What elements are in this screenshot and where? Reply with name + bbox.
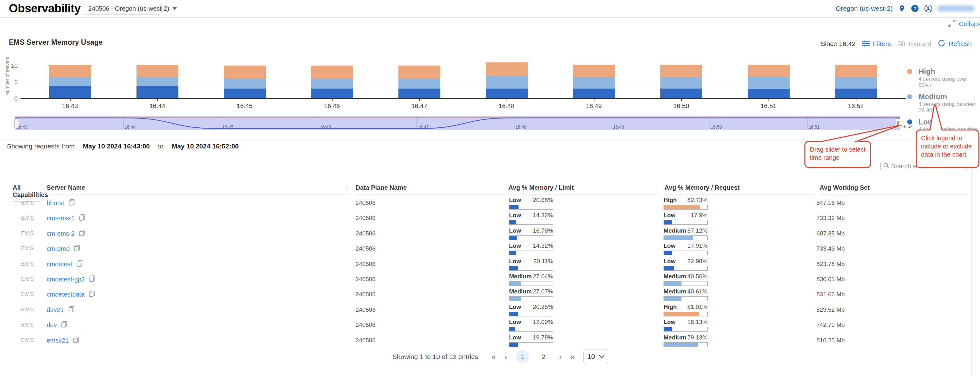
data-plane-cell: 240506 (356, 317, 375, 333)
copy-icon[interactable] (89, 291, 95, 298)
usage-percent-value: 14.32% (533, 212, 553, 219)
filters-button[interactable]: Filters (862, 40, 891, 48)
bar-segment-low (660, 89, 702, 98)
memory-limit-cell: Low12.09% (509, 319, 553, 331)
working-set-cell: 847.16 Mb (816, 195, 845, 210)
table-row-cmoetestdata: EMScmoetestdata240506Medium27.07%Medium4… (0, 287, 980, 302)
bar-segment-medium (137, 78, 178, 86)
usage-bar-fill (664, 282, 681, 285)
time-range-slider[interactable]: 16:4316:4416:4516:4616:4716:4816:4916:50… (15, 116, 900, 130)
column-header-data-plane[interactable]: Data Plane Name (356, 184, 504, 194)
page-button-1[interactable]: 1 (516, 350, 529, 363)
usage-level-label: Medium (509, 273, 532, 280)
help-icon[interactable]: ? (911, 4, 919, 13)
usage-bar-fill (509, 312, 518, 316)
user-name-redacted[interactable] (937, 6, 974, 11)
server-link[interactable]: cm-ems-2 (47, 230, 75, 237)
working-set-cell: 829.52 Mb (816, 302, 845, 317)
copy-icon[interactable] (89, 276, 95, 284)
column-header-memory-request[interactable]: Avg % Memory / Request (665, 184, 815, 194)
pct-head: Medium40.56% (663, 273, 708, 280)
bar-segment-medium (748, 77, 790, 89)
copy-icon[interactable] (61, 321, 67, 329)
previous-page-button[interactable]: ‹ (505, 349, 507, 365)
memory-request-cell: Medium40.61% (663, 288, 708, 301)
bar-segment-medium (486, 76, 528, 89)
usage-percent-value: 67.12% (687, 227, 708, 234)
last-page-button[interactable]: » (571, 349, 575, 365)
slider-handle-right[interactable] (896, 118, 900, 128)
expand-button[interactable]: Expand (897, 40, 931, 48)
table-row-cm-ems-2: EMScm-ems-2240506Low16.78%Medium67.12%68… (0, 226, 980, 241)
usage-bar-fill (664, 296, 681, 301)
server-link[interactable]: d2v21 (47, 306, 64, 314)
slider-sparkline (15, 116, 900, 130)
column-header-server-name[interactable]: Server Name (47, 184, 350, 194)
copy-icon[interactable] (69, 199, 75, 207)
usage-level-label: Medium (663, 273, 686, 280)
server-link[interactable]: cmoetest-gp2 (47, 276, 85, 283)
capability-cell: EMS (21, 257, 34, 272)
chart-title: EMS Server Memory Usage (9, 38, 103, 47)
capability-cell: EMS (21, 302, 34, 317)
server-link[interactable]: dev (47, 322, 57, 329)
memory-limit-cell: Low19.78% (509, 334, 553, 347)
usage-bar (663, 296, 708, 301)
memory-request-cell: High82.73% (663, 197, 708, 210)
server-link[interactable]: cm-ems-1 (47, 215, 75, 222)
copy-icon[interactable] (76, 260, 83, 268)
legend-item-medium[interactable]: Medium4 servers using between 25-80% (907, 92, 980, 114)
copy-icon[interactable] (74, 245, 80, 253)
copy-icon[interactable] (79, 230, 85, 237)
grip-line (16, 121, 16, 126)
slider-handle-left[interactable] (14, 118, 19, 128)
page-button-2[interactable]: 2 (537, 350, 550, 363)
copy-icon[interactable] (68, 306, 75, 314)
stacked-bar-16:46[interactable] (311, 65, 353, 98)
pct-head: Low20.25% (509, 304, 553, 311)
bar-segment-low (311, 89, 353, 98)
usage-level-label: Low (509, 212, 521, 219)
column-header-memory-limit[interactable]: Avg % Memory / Limit (508, 184, 659, 194)
server-link[interactable]: cm-prod (47, 245, 70, 252)
server-name-cell: d2v21 (47, 302, 75, 317)
collapse-button[interactable]: Collapse (948, 19, 980, 29)
stacked-bar-16:47[interactable] (398, 65, 441, 98)
sort-ascending-icon[interactable]: ↑ (345, 184, 348, 191)
server-link[interactable]: cmoetest (47, 261, 72, 268)
next-page-button[interactable]: › (559, 349, 562, 365)
page-size-select[interactable]: 10 (584, 349, 608, 364)
x-tick (70, 99, 71, 101)
server-link[interactable]: emsv21 (47, 337, 69, 344)
stacked-bar-16:50[interactable] (660, 65, 702, 98)
column-header-working-set[interactable]: Avg Working Set (819, 184, 968, 194)
usage-bar (663, 266, 708, 271)
stacked-bar-16:49[interactable] (573, 65, 615, 98)
usage-level-label: High (663, 197, 677, 204)
region-link[interactable]: Oregon (us-west-2) (836, 5, 892, 12)
memory-request-cell: Low17.91% (663, 242, 708, 255)
legend-item-high[interactable]: High4 servers using over 80%+ (907, 67, 980, 89)
usage-level-label: Low (663, 258, 676, 265)
slider-end-time-label: 16:52 (902, 124, 913, 129)
refresh-button[interactable]: Refresh (937, 39, 972, 49)
bar-segment-medium (49, 78, 91, 86)
user-account-icon[interactable] (924, 4, 932, 13)
bar-segment-low (224, 89, 266, 98)
first-page-button[interactable]: « (492, 349, 496, 365)
table-row-cmoetest-gp2: EMScmoetest-gp2240506Medium27.04%Medium4… (0, 272, 980, 287)
stacked-bar-16:48[interactable] (486, 65, 528, 98)
server-link[interactable]: cmoetestdata (47, 291, 84, 298)
location-pin-icon[interactable] (897, 4, 906, 13)
server-link[interactable]: bhorst (47, 199, 64, 207)
stacked-bar-16:45[interactable] (224, 65, 266, 98)
copy-icon[interactable] (79, 214, 85, 222)
copy-icon[interactable] (73, 336, 79, 344)
bar-segment-high (137, 65, 178, 78)
capability-cell: EMS (21, 195, 34, 210)
stacked-bar-16:43[interactable] (49, 65, 91, 98)
stacked-bar-16:51[interactable] (748, 65, 790, 98)
environment-dropdown[interactable]: 240506 - Oregon (us-west-2) (83, 3, 162, 14)
stacked-bar-16:44[interactable] (137, 65, 178, 98)
stacked-bar-16:52[interactable] (835, 65, 877, 98)
